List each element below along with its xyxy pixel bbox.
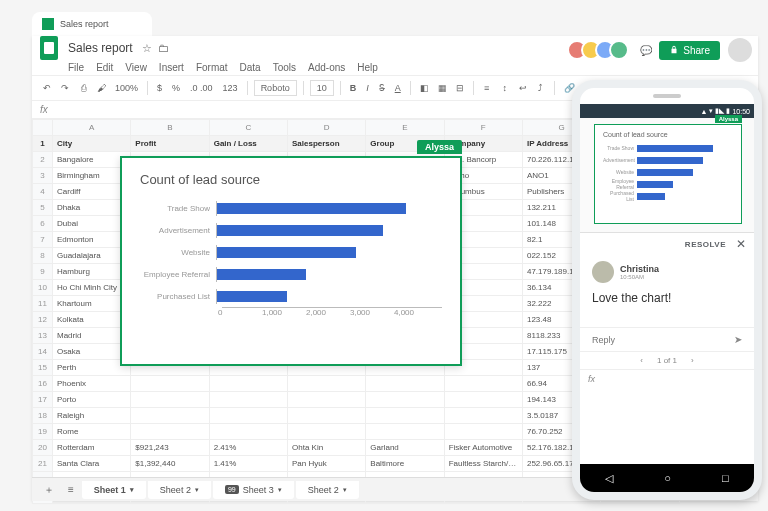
paint-format-icon[interactable]: 🖌 xyxy=(94,81,108,95)
menu-file[interactable]: File xyxy=(68,62,84,73)
phone-formula-bar[interactable]: fx xyxy=(580,369,754,388)
redo-icon[interactable]: ↷ xyxy=(58,81,72,95)
text-color-icon[interactable]: A xyxy=(392,81,404,95)
cell[interactable]: Garland xyxy=(366,440,444,456)
menu-tools[interactable]: Tools xyxy=(273,62,296,73)
phone-spreadsheet[interactable]: Alyssa Count of lead source Trade ShowAd… xyxy=(580,118,754,232)
row-number[interactable]: 12 xyxy=(33,312,53,328)
cell[interactable] xyxy=(209,376,287,392)
h-align-icon[interactable]: ≡ xyxy=(480,81,494,95)
chevron-left-icon[interactable]: ‹ xyxy=(640,356,643,365)
cell[interactable] xyxy=(444,424,522,440)
phone-embedded-chart[interactable]: Alyssa Count of lead source Trade ShowAd… xyxy=(594,124,742,224)
cell[interactable]: Rotterdam xyxy=(53,440,131,456)
chevron-down-icon[interactable]: ▾ xyxy=(130,486,134,494)
resolve-button[interactable]: RESOLVE xyxy=(685,240,726,249)
all-sheets-icon[interactable]: ≡ xyxy=(62,481,80,498)
fill-color-icon[interactable]: ◧ xyxy=(417,81,431,95)
recents-icon[interactable]: □ xyxy=(722,472,729,484)
column-header[interactable] xyxy=(33,120,53,136)
cell[interactable] xyxy=(209,392,287,408)
cell[interactable] xyxy=(287,424,365,440)
cell[interactable] xyxy=(444,376,522,392)
row-number[interactable]: 10 xyxy=(33,280,53,296)
row-number[interactable]: 9 xyxy=(33,264,53,280)
row-number[interactable]: 18 xyxy=(33,408,53,424)
sheet-tab[interactable]: Sheet 2▾ xyxy=(148,481,211,499)
cell[interactable]: $921,243 xyxy=(131,440,209,456)
back-icon[interactable]: ◁ xyxy=(605,472,613,485)
send-icon[interactable]: ➤ xyxy=(734,334,742,345)
menu-help[interactable]: Help xyxy=(357,62,378,73)
cell[interactable] xyxy=(366,424,444,440)
document-title[interactable]: Sales report xyxy=(68,41,133,55)
strikethrough-icon[interactable]: S̶ xyxy=(376,81,388,95)
home-icon[interactable]: ○ xyxy=(664,472,671,484)
cell[interactable] xyxy=(444,408,522,424)
cell[interactable]: Faultless Starch/Bo xyxy=(444,456,522,472)
cell[interactable]: Rome xyxy=(53,424,131,440)
cell[interactable] xyxy=(287,376,365,392)
comments-button[interactable]: 💬 xyxy=(637,43,651,58)
cell[interactable] xyxy=(131,408,209,424)
wrap-icon[interactable]: ↩ xyxy=(516,81,530,95)
star-icon[interactable]: ☆ xyxy=(142,42,152,55)
menu-format[interactable]: Format xyxy=(196,62,228,73)
row-number[interactable]: 11 xyxy=(33,296,53,312)
italic-icon[interactable]: I xyxy=(363,81,372,95)
cell[interactable] xyxy=(287,392,365,408)
header-cell[interactable]: City xyxy=(53,136,131,152)
sheet-tab[interactable]: Sheet 1▾ xyxy=(82,481,146,499)
cell[interactable] xyxy=(366,408,444,424)
avatar[interactable] xyxy=(609,40,629,60)
menu-edit[interactable]: Edit xyxy=(96,62,113,73)
header-cell[interactable]: Profit xyxy=(131,136,209,152)
chevron-right-icon[interactable]: › xyxy=(691,356,694,365)
row-number[interactable]: 13 xyxy=(33,328,53,344)
rotate-icon[interactable]: ⤴ xyxy=(534,81,548,95)
decimals-button[interactable]: .0 .00 xyxy=(187,81,216,95)
browser-tab[interactable]: Sales report xyxy=(32,12,152,36)
menu-add-ons[interactable]: Add-ons xyxy=(308,62,345,73)
v-align-icon[interactable]: ↕ xyxy=(498,81,512,95)
row-number[interactable]: 6 xyxy=(33,216,53,232)
row-number[interactable]: 8 xyxy=(33,248,53,264)
add-sheet-icon[interactable]: ＋ xyxy=(38,480,60,500)
cell[interactable] xyxy=(209,424,287,440)
menu-insert[interactable]: Insert xyxy=(159,62,184,73)
cell[interactable]: Pan Hyuk xyxy=(287,456,365,472)
row-number[interactable]: 3 xyxy=(33,168,53,184)
sheets-logo-icon[interactable] xyxy=(40,36,58,60)
cell[interactable] xyxy=(366,392,444,408)
cell[interactable]: Phoenix xyxy=(53,376,131,392)
row-number[interactable]: 7 xyxy=(33,232,53,248)
account-avatar[interactable] xyxy=(728,38,752,62)
cell[interactable]: Ohta Kin xyxy=(287,440,365,456)
cell[interactable]: 1.41% xyxy=(209,456,287,472)
borders-icon[interactable]: ▦ xyxy=(435,81,449,95)
cell[interactable]: Fisker Automotive xyxy=(444,440,522,456)
row-number[interactable]: 16 xyxy=(33,376,53,392)
merge-cells-icon[interactable]: ⊟ xyxy=(453,81,467,95)
zoom-dropdown[interactable]: 100% xyxy=(112,81,141,95)
number-format-button[interactable]: 123 xyxy=(220,81,241,95)
row-number[interactable]: 20 xyxy=(33,440,53,456)
cell[interactable]: Raleigh xyxy=(53,408,131,424)
sheet-tab[interactable]: 99Sheet 3▾ xyxy=(213,481,294,499)
bold-icon[interactable]: B xyxy=(347,81,360,95)
share-button[interactable]: Share xyxy=(659,41,720,60)
cell[interactable]: Baltimore xyxy=(366,456,444,472)
column-header[interactable]: C xyxy=(209,120,287,136)
chevron-down-icon[interactable]: ▾ xyxy=(343,486,347,494)
font-size-dropdown[interactable]: 10 xyxy=(310,80,334,96)
cell[interactable] xyxy=(287,408,365,424)
undo-icon[interactable]: ↶ xyxy=(40,81,54,95)
font-dropdown[interactable]: Roboto xyxy=(254,80,297,96)
sheet-tab[interactable]: Sheet 2▾ xyxy=(296,481,359,499)
embedded-chart[interactable]: Alyssa Count of lead source Trade ShowAd… xyxy=(120,156,462,366)
column-header[interactable]: F xyxy=(444,120,522,136)
cell[interactable]: Santa Clara xyxy=(53,456,131,472)
chevron-down-icon[interactable]: ▾ xyxy=(278,486,282,494)
row-number[interactable]: 2 xyxy=(33,152,53,168)
chevron-down-icon[interactable]: ▾ xyxy=(195,486,199,494)
